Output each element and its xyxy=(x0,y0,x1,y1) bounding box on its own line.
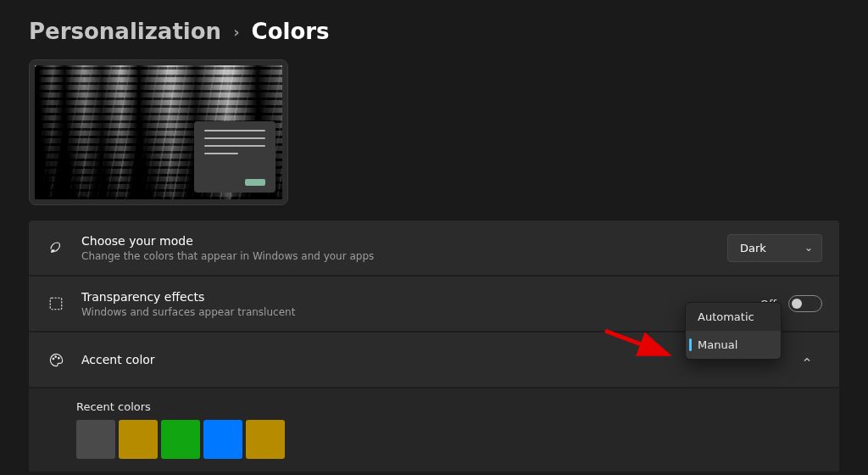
choose-mode-row: Choose your mode Change the colors that … xyxy=(29,221,839,277)
accent-color-options-flyout: Automatic Manual xyxy=(685,302,782,360)
settings-list: Choose your mode Change the colors that … xyxy=(29,221,839,472)
transparency-title: Transparency effects xyxy=(81,290,745,304)
accent-color-row: Accent color Automatic Manual xyxy=(29,332,839,388)
choose-mode-value: Dark xyxy=(740,242,766,254)
breadcrumb-current: Colors xyxy=(252,19,330,44)
theme-preview-card xyxy=(29,59,288,205)
transparency-toggle[interactable] xyxy=(788,295,822,312)
breadcrumb-parent[interactable]: Personalization xyxy=(29,19,221,44)
palette-icon xyxy=(46,349,66,370)
choose-mode-desc: Change the colors that appear in Windows… xyxy=(81,250,712,262)
svg-line-4 xyxy=(605,331,668,355)
transparency-desc: Windows and surfaces appear translucent xyxy=(81,306,745,318)
window-preview xyxy=(194,121,275,193)
breadcrumb: Personalization › Colors xyxy=(29,19,839,44)
svg-point-1 xyxy=(53,358,54,360)
svg-point-3 xyxy=(58,357,59,359)
recent-colors-section: Recent colors xyxy=(29,388,839,472)
color-swatch[interactable] xyxy=(161,420,200,459)
svg-point-2 xyxy=(54,355,56,357)
chevron-down-icon: ⌄ xyxy=(804,242,813,254)
color-swatch[interactable] xyxy=(119,420,158,459)
recent-colors-title: Recent colors xyxy=(76,400,822,413)
svg-rect-0 xyxy=(50,298,62,310)
color-swatch[interactable] xyxy=(203,420,242,459)
color-swatch[interactable] xyxy=(246,420,285,459)
transparency-icon xyxy=(46,293,66,314)
choose-mode-title: Choose your mode xyxy=(81,234,712,248)
recent-colors-swatches xyxy=(76,420,822,459)
brush-icon xyxy=(46,238,66,258)
choose-mode-dropdown[interactable]: Dark ⌄ xyxy=(727,234,822,262)
accent-expand-toggle[interactable] xyxy=(792,344,822,375)
accent-option-automatic[interactable]: Automatic xyxy=(686,303,781,331)
color-swatch[interactable] xyxy=(76,420,115,459)
accent-option-manual[interactable]: Manual xyxy=(686,331,781,359)
chevron-right-icon: › xyxy=(233,23,239,41)
accent-preview-button xyxy=(245,179,265,186)
accent-color-title: Accent color xyxy=(81,353,771,366)
